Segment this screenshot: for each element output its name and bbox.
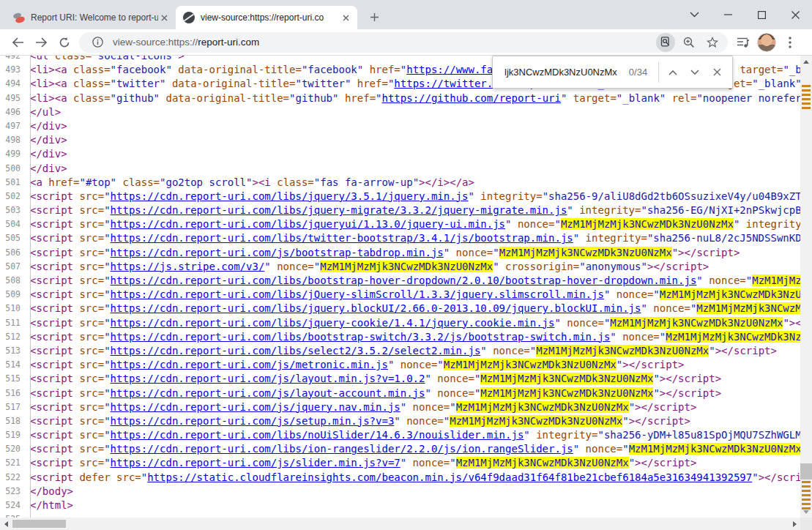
back-icon[interactable] xyxy=(6,31,29,54)
scroll-up-arrow-icon[interactable] xyxy=(800,56,812,67)
code-token: " xyxy=(696,275,702,286)
code-token: " xyxy=(524,429,529,441)
find-close-icon[interactable] xyxy=(706,61,728,83)
source-link[interactable]: https://cdn.report-uri.com/js/slider.min… xyxy=(111,457,401,469)
source-link[interactable]: https://cdn.report-uri.com/libs/jquery-m… xyxy=(111,204,567,216)
source-link[interactable]: https://cdn.report-uri.com/libs/bootstra… xyxy=(111,275,697,286)
code-token: ></script> xyxy=(647,261,709,272)
vertical-scrollbar[interactable] xyxy=(800,56,812,518)
source-link[interactable]: https://cdn.report-uri.com/js/setup.min.… xyxy=(111,415,395,427)
code-token: " xyxy=(629,401,635,413)
source-link[interactable]: https://cdn.report-uri.com/libs/noUiSlid… xyxy=(111,429,524,441)
find-in-page-icon[interactable] xyxy=(656,33,675,52)
code-token: class= xyxy=(73,64,111,75)
find-query-input[interactable]: ljk3NCwzMDk3NzU0NzMx xyxy=(504,67,617,78)
media-controls-icon[interactable] xyxy=(734,33,753,52)
tab-report-uri[interactable]: Report URI: Welcome to report-u xyxy=(6,6,176,29)
find-highlight: MzM1MjMzMjk3NCwzMDk3NzU0NzMx xyxy=(499,247,672,258)
code-token: <script xyxy=(30,429,79,441)
code-token: src= xyxy=(79,190,104,202)
close-icon[interactable] xyxy=(778,0,812,29)
source-link[interactable]: https://cdn.report-uri.com/js/layout.min… xyxy=(111,373,425,384)
tab-strip: Report URI: Welcome to report-u view-sou… xyxy=(0,0,812,29)
tab-view-source[interactable]: view-source:https://report-uri.co xyxy=(176,6,357,29)
source-link[interactable]: https://cdn.report-uri.com/js/metronic.m… xyxy=(111,359,388,370)
code-token: rel= xyxy=(666,92,696,104)
code-token: " xyxy=(480,345,486,357)
code-token: " xyxy=(104,415,110,427)
source-link[interactable]: https://cdn.report-uri.com/libs/twitter-… xyxy=(111,232,573,244)
code-token: " xyxy=(653,373,659,384)
horizontal-scroll-thumb[interactable] xyxy=(12,520,66,528)
bookmark-star-icon[interactable] xyxy=(703,33,722,52)
find-previous-icon[interactable] xyxy=(662,61,684,83)
source-link[interactable]: https://js.stripe.com/v3/ xyxy=(111,261,265,272)
find-match-marker xyxy=(802,107,811,109)
source-link[interactable]: https://cdn.report-uri.com/js/layout-acc… xyxy=(111,387,425,399)
code-line: 523</body> xyxy=(0,485,800,499)
reload-icon[interactable] xyxy=(53,31,76,54)
source-link[interactable]: https://cdn.report-uri.com/libs/jquery-c… xyxy=(111,317,555,329)
source-link[interactable]: https://cdn.report-uri.com/libs/jquery/3… xyxy=(111,190,469,202)
source-link[interactable]: https://static.cloudflareinsights.com/be… xyxy=(147,471,752,483)
tab-close-icon[interactable] xyxy=(340,12,351,23)
code-token: nonce= xyxy=(401,415,444,427)
scroll-left-arrow-icon[interactable] xyxy=(0,518,12,530)
avatar[interactable] xyxy=(757,33,776,52)
code-token: src= xyxy=(79,204,104,216)
info-icon[interactable] xyxy=(88,33,107,52)
forward-icon[interactable] xyxy=(29,31,53,54)
find-highlight: MzM1MjMzMjk3NCwzMDk3NzU0NzMx xyxy=(610,317,783,329)
address-bar[interactable]: view-source:https://report-uri.com xyxy=(79,32,728,53)
find-highlight: MzM1MjMzMjk3NCwzMDk3NzU0NzMx xyxy=(629,443,800,455)
code-token: integrity= xyxy=(530,429,598,441)
source-link[interactable]: https://cdn.report-uri.com/libs/bootstra… xyxy=(111,331,611,343)
find-highlight: MzM1MjMzMjk3NCwzMDk3NzU0NzMx xyxy=(536,345,709,357)
code-token: <script xyxy=(30,471,79,483)
zoom-in-icon[interactable] xyxy=(679,33,699,52)
source-link[interactable]: https://cdn.report-uri.com/libs/jquery.b… xyxy=(111,302,641,314)
line-number: 508 xyxy=(0,274,26,288)
line-text: </body> xyxy=(26,485,73,499)
line-text: <script src="https://cdn.report-uri.com/… xyxy=(26,456,696,470)
minimize-icon[interactable] xyxy=(711,0,745,29)
find-next-icon[interactable] xyxy=(684,61,706,83)
vertical-scroll-thumb[interactable] xyxy=(800,463,812,479)
source-link[interactable]: https://cdn.report-uri.com/js/bootstrap-… xyxy=(111,247,444,258)
code-token: ></script> xyxy=(678,247,740,258)
toolbar: view-source:https://report-uri.com xyxy=(0,29,812,56)
source-link[interactable]: https://cdn.report-uri.com/libs/select2/… xyxy=(111,345,481,357)
tab-close-icon[interactable] xyxy=(158,12,170,23)
scroll-right-arrow-icon[interactable] xyxy=(789,518,800,530)
menu-dots-icon[interactable] xyxy=(781,33,800,52)
code-token: " xyxy=(104,331,110,343)
code-token: " xyxy=(610,331,616,343)
find-highlight: MzM1MjMzMjk3NCwzMDk3NzU0NzMx xyxy=(480,373,653,384)
code-token: <script xyxy=(30,415,79,427)
scroll-down-arrow-icon[interactable] xyxy=(800,506,812,518)
code-token: class= xyxy=(277,176,314,188)
source-link[interactable]: https://cdn.report-uri.com/libs/jQuery-s… xyxy=(111,288,604,300)
horizontal-scrollbar[interactable] xyxy=(0,518,800,530)
line-number: 514 xyxy=(0,358,26,372)
code-token: </html> xyxy=(30,499,73,511)
source-link[interactable]: https://github.com/report-uri xyxy=(382,92,561,104)
code-token: integrity= xyxy=(573,204,641,216)
url-text[interactable]: view-source:https://report-uri.com xyxy=(113,37,656,48)
line-number: 505 xyxy=(0,231,26,245)
code-token: <script xyxy=(30,359,79,370)
code-token: " xyxy=(617,359,622,370)
new-tab-button[interactable] xyxy=(365,7,384,26)
code-token: src= xyxy=(79,373,104,384)
source-link[interactable]: https://cdn.report-uri.com/js/jquery.nav… xyxy=(111,401,401,413)
url-scheme: view-source:https:// xyxy=(113,37,198,48)
tab-search-chevron-icon[interactable] xyxy=(677,0,711,29)
code-line: 522<script defer src="https://static.clo… xyxy=(0,471,800,485)
code-line: 504<script src="https://cdn.report-uri.c… xyxy=(0,217,800,231)
source-link[interactable]: https://cdn.report-uri.com/libs/ion-rang… xyxy=(111,443,573,455)
maximize-icon[interactable] xyxy=(745,0,778,29)
find-bar[interactable]: ljk3NCwzMDk3NzU0NzMx 0/34 xyxy=(492,56,733,89)
source-link[interactable]: https://cdn.report-uri.com/libs/jqueryui… xyxy=(111,218,505,230)
line-number: 497 xyxy=(0,119,26,133)
code-token: " xyxy=(104,387,110,399)
